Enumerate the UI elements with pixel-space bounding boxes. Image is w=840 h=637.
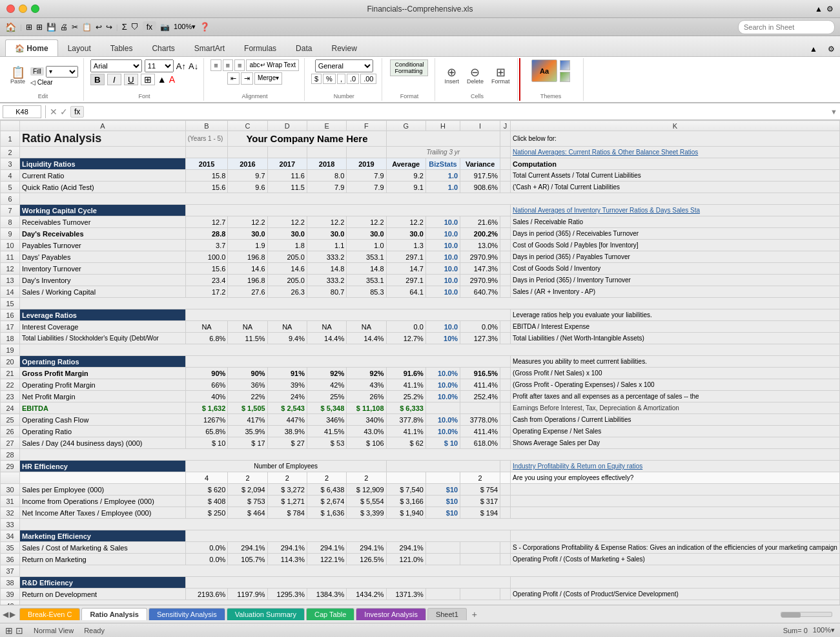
blank-2b: [185, 147, 228, 158]
theme-option-2[interactable]: [560, 72, 570, 82]
highlight-color-icon[interactable]: ▲: [158, 74, 167, 85]
row-9: 9 Day's Receivables 28.8 30.0 30.0 30.0 …: [1, 228, 840, 240]
nat-avg-inventory-link[interactable]: National Averages of Inventory Turnover …: [511, 205, 840, 216]
save-icon[interactable]: 💾: [46, 23, 56, 32]
tab-charts[interactable]: Charts: [142, 39, 184, 56]
close-button[interactable]: [6, 5, 15, 13]
cancel-formula-icon[interactable]: ✕: [50, 107, 57, 117]
expand-formula-icon[interactable]: ▼: [830, 108, 837, 116]
format-button[interactable]: ⊞ Format: [489, 65, 513, 86]
spreadsheet-area[interactable]: A B C D E F G H I J K 1 Ratio Analysis (…: [0, 120, 840, 605]
theme-preview[interactable]: Aa: [531, 59, 557, 82]
clear-button[interactable]: ◁ Clear: [30, 79, 53, 86]
filter-icon[interactable]: ⛉: [131, 23, 139, 32]
more-options-icon[interactable]: ⚙: [823, 42, 840, 56]
fx-icon[interactable]: fx: [70, 106, 84, 118]
zoom-icon[interactable]: 100%▾: [174, 23, 196, 31]
conditional-format-button[interactable]: Conditional Formatting: [390, 59, 428, 76]
indent-right-icon[interactable]: ⇥: [241, 72, 253, 85]
tab-sensitivity[interactable]: Sensitivity Analysis: [149, 608, 225, 620]
collapse-icon[interactable]: ▲: [815, 5, 823, 14]
view-icon-layout[interactable]: ⊡: [15, 625, 23, 636]
tab-formulas[interactable]: Formulas: [234, 39, 286, 56]
indent-left-icon[interactable]: ⇤: [227, 72, 240, 85]
function-icon[interactable]: fx: [143, 21, 156, 33]
percent-icon[interactable]: %: [323, 74, 336, 84]
zoom-level[interactable]: 100%▾: [813, 626, 835, 634]
redo-icon[interactable]: ↪: [106, 23, 112, 32]
layout-icon[interactable]: ⊞: [26, 23, 32, 32]
next-sheet-icon[interactable]: ▶: [10, 610, 15, 619]
increase-font-icon[interactable]: A↑: [176, 61, 186, 71]
collapse-ribbon-icon[interactable]: ▲: [804, 42, 823, 56]
font-color-icon[interactable]: A: [169, 74, 175, 85]
theme-option-1[interactable]: [560, 60, 570, 70]
comma-icon[interactable]: ,: [337, 74, 345, 84]
view-icon-normal[interactable]: ⊞: [5, 625, 13, 636]
row-28: 28: [1, 449, 840, 461]
tab-home[interactable]: 🏠 Home: [5, 39, 58, 56]
tab-smartart[interactable]: SmartArt: [185, 39, 234, 56]
search-input[interactable]: [738, 20, 835, 34]
row-24: 24 EBITDA $ 1,632 $ 1,505 $ 2,543 $ 5,34…: [1, 402, 840, 414]
fill-dropdown[interactable]: ▾: [46, 66, 78, 78]
tab-data[interactable]: Data: [286, 39, 322, 56]
number-format-select[interactable]: General: [315, 59, 373, 72]
decrease-decimal-icon[interactable]: .0: [347, 74, 359, 84]
undo-icon[interactable]: ↩: [96, 23, 102, 32]
tab-breakeven[interactable]: Break-Even C: [19, 608, 80, 620]
settings-icon[interactable]: ⚙: [826, 5, 834, 14]
horizontal-scrollbar[interactable]: [781, 612, 832, 617]
sum-icon[interactable]: Σ: [122, 22, 127, 32]
print-icon[interactable]: 🖨: [60, 23, 68, 32]
tables-icon[interactable]: ⊞: [36, 23, 43, 32]
window-controls[interactable]: [6, 5, 39, 13]
tab-layout[interactable]: Layout: [58, 39, 101, 56]
prev-sheet-icon[interactable]: ◀: [3, 610, 8, 619]
help-icon[interactable]: ❓: [200, 22, 210, 32]
tab-ratio-analysis[interactable]: Ratio Analysis: [81, 608, 147, 620]
tab-sheet1[interactable]: Sheet1: [427, 608, 467, 620]
minimize-button[interactable]: [19, 5, 27, 13]
insert-button[interactable]: ⊕ Insert: [442, 65, 462, 86]
copy-icon[interactable]: 📋: [82, 23, 92, 32]
formula-input[interactable]: Total Debt / (Long-Term Debt + Preferred…: [87, 105, 828, 118]
tab-tables[interactable]: Tables: [101, 39, 143, 56]
blank-31k: [511, 496, 840, 507]
tab-review[interactable]: Review: [322, 39, 366, 56]
industry-profitability-link[interactable]: Industry Profitability & Return on Equit…: [511, 461, 840, 472]
camera-icon[interactable]: 📷: [160, 23, 170, 32]
tab-valuation[interactable]: Valuation Summary: [227, 608, 305, 620]
scissors-icon[interactable]: ✂: [72, 23, 78, 32]
align-left-icon[interactable]: ≡: [210, 59, 221, 71]
tab-cap-table[interactable]: Cap Table: [306, 608, 354, 620]
delete-button[interactable]: ⊖ Delete: [464, 65, 486, 86]
confirm-formula-icon[interactable]: ✓: [60, 107, 68, 117]
npm-formula: Profit after taxes and all expenses as a…: [511, 391, 840, 402]
text-wrap-button[interactable]: abc↵ Wrap Text: [246, 59, 299, 71]
font-family-select[interactable]: Arial: [90, 59, 142, 72]
currency-icon[interactable]: $: [311, 74, 322, 84]
borders-icon[interactable]: ⊞: [141, 74, 155, 85]
tab-investor[interactable]: Investor Analysis: [356, 608, 426, 620]
increase-decimal-icon[interactable]: .00: [360, 74, 376, 84]
underline-button[interactable]: U: [124, 74, 138, 85]
align-right-icon[interactable]: ≡: [234, 59, 245, 71]
home-icon[interactable]: 🏠: [5, 22, 16, 32]
merge-button[interactable]: Merge▾: [254, 72, 282, 85]
paste-button[interactable]: 📋 Paste: [8, 65, 28, 86]
recv-turn-2016: 12.2: [228, 216, 267, 228]
decrease-font-icon[interactable]: A↓: [189, 61, 198, 71]
align-center-icon[interactable]: ≡: [223, 59, 233, 71]
font-size-select[interactable]: 11: [145, 59, 174, 72]
blank-1j: [500, 131, 511, 147]
days-recv-formula: Days in period (365) / Receivables Turno…: [511, 228, 840, 240]
maximize-button[interactable]: [31, 5, 39, 13]
italic-button[interactable]: I: [107, 74, 121, 85]
cell-reference-input[interactable]: [3, 105, 41, 118]
bold-button[interactable]: B: [90, 74, 105, 85]
add-sheet-button[interactable]: +: [468, 609, 481, 620]
recv-turn-2017: 12.2: [267, 216, 307, 228]
gpm-2019: 92%: [347, 368, 386, 379]
national-avg-link[interactable]: National Averages: Current Ratios & Othe…: [511, 147, 840, 158]
